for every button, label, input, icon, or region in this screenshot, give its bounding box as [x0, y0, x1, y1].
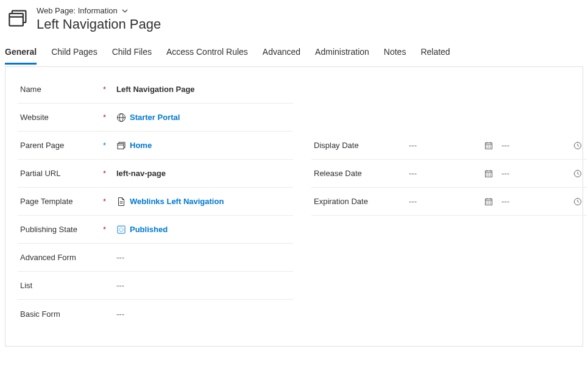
calendar-icon — [484, 169, 493, 178]
form-header: Web Page: Information Left Navigation Pa… — [0, 0, 588, 35]
publishing-state-link[interactable]: Published — [130, 225, 168, 234]
partial-url-input[interactable]: left-nav-page — [115, 169, 293, 178]
clock-icon — [573, 169, 582, 178]
svg-rect-0 — [9, 13, 23, 26]
field-label: Page Template — [18, 197, 103, 206]
expiration-time-input[interactable]: --- — [501, 197, 569, 206]
website-lookup[interactable]: Starter Portal — [115, 113, 293, 122]
field-page-template: Page Template * Weblinks Left Navigation — [18, 188, 293, 216]
tab-advanced[interactable]: Advanced — [263, 43, 300, 65]
tab-list: General Child Pages Child Files Access C… — [0, 35, 588, 65]
chevron-down-icon — [121, 7, 129, 15]
clock-icon — [573, 197, 582, 206]
svg-rect-9 — [118, 226, 125, 233]
publishing-state-icon — [116, 225, 126, 235]
recommended-indicator: * — [103, 141, 115, 150]
field-website: Website * Starter Portal — [18, 104, 293, 132]
release-date-picker-button[interactable] — [476, 169, 501, 178]
field-publishing-state: Publishing State * Published — [18, 216, 293, 244]
field-label: Expiration Date — [311, 197, 409, 206]
release-date-input[interactable]: --- — [409, 169, 476, 178]
display-time-picker-button[interactable] — [569, 141, 587, 150]
field-label: Release Date — [311, 169, 409, 178]
publishing-state-lookup[interactable]: Published — [115, 225, 293, 235]
tab-administration[interactable]: Administration — [315, 43, 369, 65]
required-indicator: * — [103, 225, 115, 234]
field-label: Parent Page — [18, 141, 103, 150]
required-indicator: * — [103, 169, 115, 178]
field-basic-form: Basic Form --- — [18, 300, 293, 328]
display-date-picker-button[interactable] — [476, 141, 501, 150]
svg-rect-5 — [118, 143, 124, 149]
expiration-date-picker-button[interactable] — [476, 197, 501, 206]
field-label: Publishing State — [18, 225, 103, 234]
calendar-icon — [484, 141, 493, 150]
expiration-time-picker-button[interactable] — [569, 197, 587, 206]
clock-icon — [573, 141, 582, 150]
expiration-date-input[interactable]: --- — [409, 197, 476, 206]
right-column: Display Date --- --- Release Date --- --… — [311, 76, 587, 328]
field-label: Display Date — [311, 141, 409, 150]
advanced-form-lookup[interactable]: --- — [115, 253, 293, 262]
display-date-input[interactable]: --- — [409, 141, 476, 150]
tab-notes[interactable]: Notes — [384, 43, 406, 65]
page-title: Left Navigation Page — [37, 16, 161, 32]
tab-child-pages[interactable]: Child Pages — [51, 43, 97, 65]
release-time-picker-button[interactable] — [569, 169, 587, 178]
field-expiration-date: Expiration Date --- --- — [311, 188, 587, 216]
field-label: Basic Form — [18, 309, 103, 319]
field-label: Website — [18, 113, 103, 122]
page-stack-icon — [116, 141, 126, 150]
field-advanced-form: Advanced Form --- — [18, 244, 293, 272]
form-selector[interactable]: Web Page: Information — [37, 6, 161, 15]
calendar-icon — [484, 197, 493, 206]
tab-related[interactable]: Related — [420, 43, 450, 65]
breadcrumb-text: Web Page: Information — [37, 6, 118, 15]
page-template-link[interactable]: Weblinks Left Navigation — [130, 197, 224, 206]
field-display-date: Display Date --- --- — [311, 132, 587, 160]
globe-icon — [116, 113, 126, 122]
required-indicator: * — [103, 197, 115, 206]
field-label: List — [18, 281, 103, 290]
parent-page-lookup[interactable]: Home — [115, 141, 293, 150]
field-label: Advanced Form — [18, 253, 103, 262]
svg-point-10 — [119, 228, 123, 231]
display-time-input[interactable]: --- — [501, 141, 569, 150]
name-input[interactable]: Left Navigation Page — [115, 85, 293, 94]
field-partial-url: Partial URL * left-nav-page — [18, 160, 293, 188]
field-name: Name * Left Navigation Page — [18, 76, 293, 104]
field-parent-page: Parent Page * Home — [18, 132, 293, 160]
required-indicator: * — [103, 85, 115, 94]
field-label: Partial URL — [18, 169, 103, 178]
tab-child-files[interactable]: Child Files — [112, 43, 152, 65]
page-template-lookup[interactable]: Weblinks Left Navigation — [115, 197, 293, 207]
list-lookup[interactable]: --- — [115, 281, 293, 290]
basic-form-lookup[interactable]: --- — [115, 309, 293, 319]
left-column: Name * Left Navigation Page Website * St… — [18, 76, 293, 328]
required-indicator: * — [103, 113, 115, 122]
web-page-entity-icon — [7, 7, 29, 29]
document-icon — [116, 197, 126, 207]
release-time-input[interactable]: --- — [501, 169, 569, 178]
tab-access-control-rules[interactable]: Access Control Rules — [166, 43, 248, 65]
website-link[interactable]: Starter Portal — [130, 113, 180, 122]
field-list: List --- — [18, 272, 293, 300]
parent-page-link[interactable]: Home — [130, 141, 152, 150]
field-release-date: Release Date --- --- — [311, 160, 587, 188]
general-panel: Name * Left Navigation Page Website * St… — [5, 66, 583, 347]
tab-general[interactable]: General — [5, 43, 37, 65]
field-label: Name — [18, 85, 103, 94]
